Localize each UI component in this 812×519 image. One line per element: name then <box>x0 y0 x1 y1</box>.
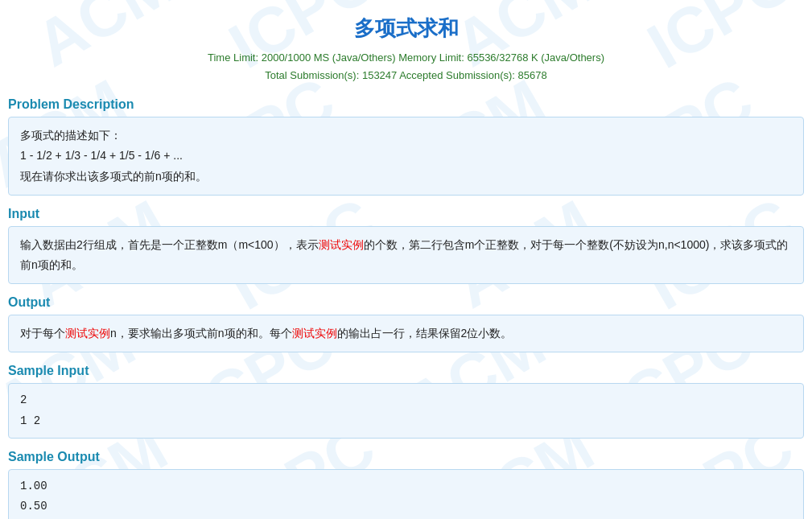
sample-input-box: 2 1 2 <box>8 383 804 438</box>
sample-input-line2: 1 2 <box>20 411 792 431</box>
input-highlight1: 测试实例 <box>319 238 364 251</box>
meta-info: Time Limit: 2000/1000 MS (Java/Others) M… <box>8 49 804 84</box>
output-content: 对于每个 <box>20 327 65 340</box>
sample-output-box: 1.00 0.50 <box>8 469 804 519</box>
output-highlight1: 测试实例 <box>65 327 110 340</box>
output-highlight2: 测试实例 <box>292 327 337 340</box>
input-box: 输入数据由2行组成，首先是一个正整数m（m<100），表示测试实例的个数，第二行… <box>8 226 804 284</box>
output-box: 对于每个测试实例n，要求输出多项式前n项的和。每个测试实例的输出占一行，结果保留… <box>8 315 804 352</box>
section-title-input: Input <box>8 207 804 221</box>
problem-line3: 现在请你求出该多项式的前n项的和。 <box>20 167 792 187</box>
sample-input-line1: 2 <box>20 390 792 410</box>
problem-line1: 多项式的描述如下： <box>20 126 792 146</box>
section-title-problem: Problem Description <box>8 97 804 112</box>
page-wrapper: 多项式求和 Time Limit: 2000/1000 MS (Java/Oth… <box>0 0 812 519</box>
section-title-sample-output: Sample Output <box>8 450 804 464</box>
output-content3: 的输出占一行，结果保留2位小数。 <box>337 327 513 340</box>
input-content-before: 输入数据由2行组成，首先是一个正整数m（m<100），表示 <box>20 238 319 251</box>
problem-line2: 1 - 1/2 + 1/3 - 1/4 + 1/5 - 1/6 + ... <box>20 146 792 166</box>
output-content2: n，要求输出多项式前n项的和。每个 <box>110 327 292 340</box>
sample-output-line2: 0.50 <box>20 496 792 517</box>
section-title-output: Output <box>8 295 804 310</box>
meta-line2: Total Submission(s): 153247 Accepted Sub… <box>8 67 804 84</box>
problem-description-box: 多项式的描述如下： 1 - 1/2 + 1/3 - 1/4 + 1/5 - 1/… <box>8 117 804 196</box>
page-title: 多项式求和 <box>8 14 804 43</box>
sample-output-line1: 1.00 <box>20 476 792 496</box>
section-title-sample-input: Sample Input <box>8 364 804 378</box>
meta-line1: Time Limit: 2000/1000 MS (Java/Others) M… <box>8 49 804 67</box>
